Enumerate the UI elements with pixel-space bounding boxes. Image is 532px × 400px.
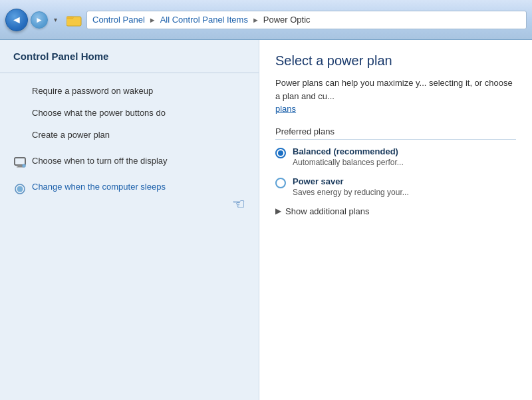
svg-point-5 — [23, 164, 26, 168]
breadcrumb-sep-1: ► — [149, 16, 156, 24]
sidebar-link-create-plan-text: Create a power plan — [32, 129, 245, 141]
cursor-pointer-icon: ☞ — [232, 194, 245, 215]
sidebar-title: Control Panel Home — [0, 51, 259, 73]
sidebar-link-power-buttons-text: Choose what the power buttons do — [32, 107, 245, 119]
panel-title: Select a power plan — [275, 53, 516, 69]
turn-off-display-icon — [13, 156, 27, 169]
balanced-plan-info: Balanced (recommended) Automatically bal… — [293, 146, 404, 167]
sidebar-link-turn-off-display-text: Choose when to turn off the display — [32, 155, 245, 167]
svg-point-7 — [17, 186, 23, 192]
breadcrumb-current: Power Optic — [263, 15, 311, 25]
folder-nav-icon — [65, 11, 84, 29]
breadcrumb-control-panel[interactable]: Control Panel — [92, 15, 145, 25]
power-saver-plan-option[interactable]: Power saver Saves energy by reducing you… — [275, 176, 516, 197]
sidebar: Control Panel Home Require a password on… — [0, 40, 259, 400]
power-saver-plan-info: Power saver Saves energy by reducing you… — [293, 176, 409, 197]
sidebar-divider — [0, 73, 259, 73]
preferred-plans-label: Preferred plans — [275, 126, 516, 140]
change-sleep-icon — [13, 182, 27, 196]
balanced-plan-option[interactable]: Balanced (recommended) Automatically bal… — [275, 146, 516, 167]
sidebar-item-create-plan[interactable]: Create a power plan — [0, 125, 259, 147]
balanced-plan-name: Balanced (recommended) — [293, 146, 404, 156]
svg-rect-4 — [17, 166, 23, 168]
balanced-plan-desc: Automatically balances perfor... — [293, 158, 404, 167]
panel-description: Power plans can help you maximize y... s… — [275, 77, 516, 116]
chevron-right-icon: ▶ — [275, 206, 281, 216]
breadcrumb-all-items[interactable]: All Control Panel Items — [160, 15, 248, 25]
main-content: Control Panel Home Require a password on… — [0, 40, 532, 400]
sidebar-item-password[interactable]: Require a password on wakeup — [0, 81, 259, 103]
balanced-radio[interactable] — [275, 148, 286, 158]
content-panel: Select a power plan Power plans can help… — [259, 40, 532, 400]
sidebar-item-turn-off-display[interactable]: Choose when to turn off the display — [0, 151, 259, 173]
svg-rect-3 — [18, 165, 22, 166]
sidebar-item-change-sleep[interactable]: Change when the computer sleeps ☞ — [0, 177, 259, 219]
power-saver-radio[interactable] — [275, 178, 286, 188]
forward-button[interactable]: ► — [31, 11, 48, 29]
back-button[interactable]: ◄ — [5, 9, 28, 31]
password-icon — [13, 86, 27, 99]
breadcrumb-sep-2: ► — [252, 16, 259, 24]
power-saver-plan-name: Power saver — [293, 176, 409, 186]
sidebar-item-power-buttons[interactable]: Choose what the power buttons do — [0, 103, 259, 125]
back-arrow-icon: ◄ — [11, 14, 22, 26]
show-additional-plans[interactable]: ▶ Show additional plans — [275, 206, 516, 216]
show-additional-label: Show additional plans — [285, 206, 369, 216]
nav-buttons: ◄ ► ▾ — [5, 9, 60, 31]
power-saver-plan-desc: Saves energy by reducing your... — [293, 188, 409, 197]
power-buttons-icon — [13, 108, 27, 121]
plans-link[interactable]: plans — [275, 104, 296, 114]
sidebar-link-change-sleep-text: Change when the computer sleeps — [32, 181, 227, 193]
create-plan-icon — [13, 130, 27, 143]
sidebar-link-password-text: Require a password on wakeup — [32, 85, 245, 97]
address-bar[interactable]: Control Panel ► All Control Panel Items … — [86, 11, 527, 29]
title-bar: ◄ ► ▾ Control Panel ► All Control Panel … — [0, 0, 532, 40]
forward-arrow-icon: ► — [35, 15, 43, 25]
nav-dropdown-button[interactable]: ▾ — [51, 13, 60, 27]
